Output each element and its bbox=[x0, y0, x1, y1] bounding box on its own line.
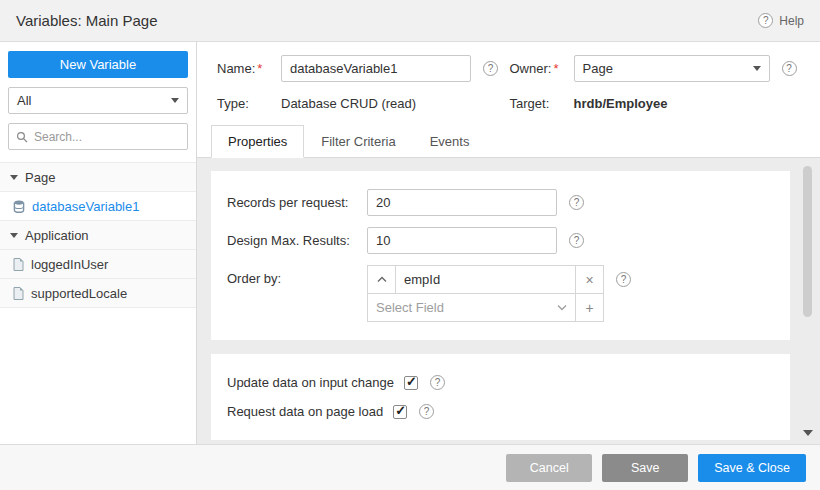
tree-item-label: supportedLocale bbox=[31, 286, 127, 301]
order-by-field-input[interactable] bbox=[395, 265, 576, 294]
target-value: hrdb/Employee bbox=[574, 96, 668, 111]
tree-group-label: Page bbox=[25, 170, 55, 185]
new-variable-button[interactable]: New Variable bbox=[8, 51, 188, 78]
update-data-help-icon[interactable] bbox=[430, 375, 445, 390]
header: Variables: Main Page Help bbox=[0, 0, 820, 42]
scroll-down-icon[interactable] bbox=[803, 430, 813, 436]
scrollbar-thumb[interactable] bbox=[803, 166, 812, 317]
caret-down-icon bbox=[10, 175, 18, 180]
move-field-up-button[interactable] bbox=[367, 265, 396, 294]
scrollbar[interactable] bbox=[802, 166, 812, 436]
tree-item-label: loggedInUser bbox=[31, 257, 108, 272]
page-title: Variables: Main Page bbox=[16, 12, 157, 29]
name-required-marker: * bbox=[257, 61, 262, 76]
search-input[interactable] bbox=[34, 130, 180, 144]
update-data-checkbox[interactable] bbox=[404, 376, 418, 390]
request-data-help-icon[interactable] bbox=[419, 404, 434, 419]
variable-icon bbox=[13, 258, 24, 271]
detail-tabs: Properties Filter Criteria Events bbox=[197, 125, 820, 158]
owner-help-icon[interactable] bbox=[782, 61, 797, 76]
save-button[interactable]: Save bbox=[602, 454, 688, 482]
design-max-results-input[interactable] bbox=[367, 227, 557, 254]
variables-dialog: Variables: Main Page Help New Variable A… bbox=[0, 0, 820, 490]
tree-item-supportedlocale[interactable]: supportedLocale bbox=[0, 279, 196, 308]
records-per-request-input[interactable] bbox=[367, 189, 557, 216]
select-field-dropdown[interactable]: Select Field bbox=[367, 293, 576, 322]
variable-filter-value: All bbox=[17, 93, 31, 108]
chevron-up-icon bbox=[377, 276, 387, 283]
search-box bbox=[8, 123, 188, 150]
request-data-label: Request data on page load bbox=[227, 404, 383, 419]
cancel-button[interactable]: Cancel bbox=[506, 454, 592, 482]
name-help-icon[interactable] bbox=[483, 61, 498, 76]
behavior-card: Update data on input change Request data… bbox=[211, 354, 790, 440]
request-data-checkbox[interactable] bbox=[393, 405, 407, 419]
variables-sidebar: New Variable All Page bbox=[0, 42, 197, 444]
database-variable-icon bbox=[13, 200, 25, 213]
tab-events[interactable]: Events bbox=[413, 125, 487, 158]
tab-properties[interactable]: Properties bbox=[211, 125, 304, 158]
remove-field-button[interactable]: × bbox=[575, 265, 604, 294]
tree-item-label: databaseVariable1 bbox=[32, 199, 139, 214]
chevron-down-icon bbox=[557, 304, 567, 311]
tree-group-page[interactable]: Page bbox=[0, 163, 196, 192]
tree-group-label: Application bbox=[25, 228, 89, 243]
target-label: Target: bbox=[510, 96, 550, 111]
chevron-down-icon bbox=[171, 98, 179, 103]
properties-panel: Records per request: Design Max. Results… bbox=[197, 158, 820, 444]
tree-item-loggedinuser[interactable]: loggedInUser bbox=[0, 250, 196, 279]
help-label: Help bbox=[779, 14, 804, 28]
save-and-close-button[interactable]: Save & Close bbox=[698, 454, 806, 482]
variable-detail: Name: * Owner: * Page bbox=[197, 42, 820, 444]
variable-head: Name: * Owner: * Page bbox=[197, 42, 820, 111]
search-icon bbox=[16, 131, 28, 143]
help-icon bbox=[758, 13, 773, 28]
design-max-help-icon[interactable] bbox=[569, 233, 584, 248]
dialog-body: New Variable All Page bbox=[0, 42, 820, 444]
variables-tree: Page databaseVariable1 Application bbox=[0, 162, 196, 308]
tree-group-application[interactable]: Application bbox=[0, 221, 196, 250]
chevron-down-icon bbox=[753, 66, 761, 71]
owner-select-value: Page bbox=[583, 61, 613, 76]
owner-label: Owner: bbox=[510, 61, 552, 76]
type-label: Type: bbox=[217, 96, 249, 111]
variable-icon bbox=[13, 287, 24, 300]
order-by-label: Order by: bbox=[227, 271, 367, 286]
add-field-button[interactable]: + bbox=[575, 293, 604, 322]
type-value: Database CRUD (read) bbox=[281, 96, 416, 111]
dialog-footer: Cancel Save Save & Close bbox=[0, 444, 820, 490]
records-per-request-label: Records per request: bbox=[227, 195, 367, 210]
order-by-help-icon[interactable] bbox=[616, 272, 631, 287]
name-label: Name: bbox=[217, 61, 255, 76]
name-input[interactable] bbox=[281, 55, 471, 82]
properties-card: Records per request: Design Max. Results… bbox=[211, 171, 790, 340]
tree-item-database-variable[interactable]: databaseVariable1 bbox=[0, 192, 196, 221]
update-data-label: Update data on input change bbox=[227, 375, 394, 390]
caret-down-icon bbox=[10, 233, 18, 238]
help-button[interactable]: Help bbox=[758, 13, 804, 28]
records-help-icon[interactable] bbox=[569, 195, 584, 210]
tab-filter-criteria[interactable]: Filter Criteria bbox=[304, 125, 412, 158]
owner-select[interactable]: Page bbox=[574, 55, 770, 82]
design-max-results-label: Design Max. Results: bbox=[227, 233, 367, 248]
select-field-placeholder: Select Field bbox=[376, 300, 444, 315]
order-by-group: × Select Field + bbox=[367, 265, 604, 322]
owner-required-marker: * bbox=[553, 61, 558, 76]
variable-filter-select[interactable]: All bbox=[8, 87, 188, 114]
